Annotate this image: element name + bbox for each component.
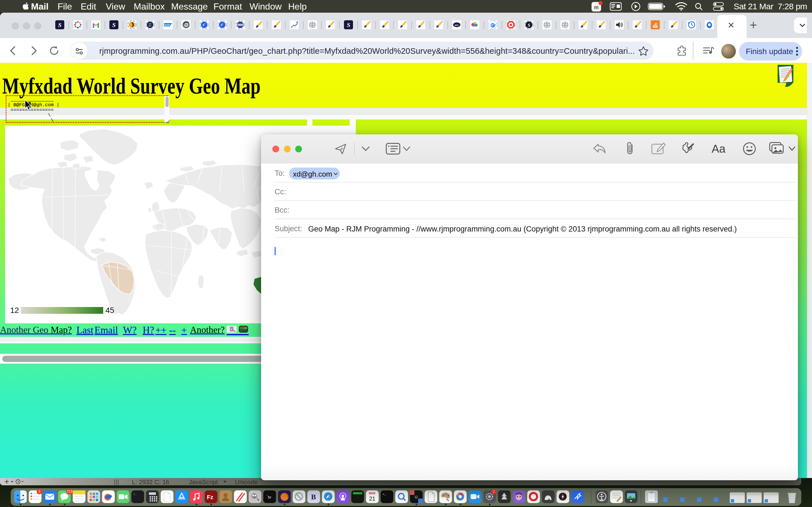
svg-text:IJ: IJ [415, 495, 417, 499]
svg-text:>_: >_ [383, 493, 386, 496]
svg-text:m: m [594, 4, 599, 10]
svg-text:Fz: Fz [207, 494, 213, 500]
svg-text:B: B [311, 493, 316, 501]
svg-text:21: 21 [369, 496, 375, 502]
svg-text:PAPS: PAPS [354, 493, 358, 495]
svg-text:>_: >_ [133, 493, 137, 496]
svg-text:tv: tv [268, 495, 271, 499]
svg-text:MAR: MAR [369, 492, 376, 495]
